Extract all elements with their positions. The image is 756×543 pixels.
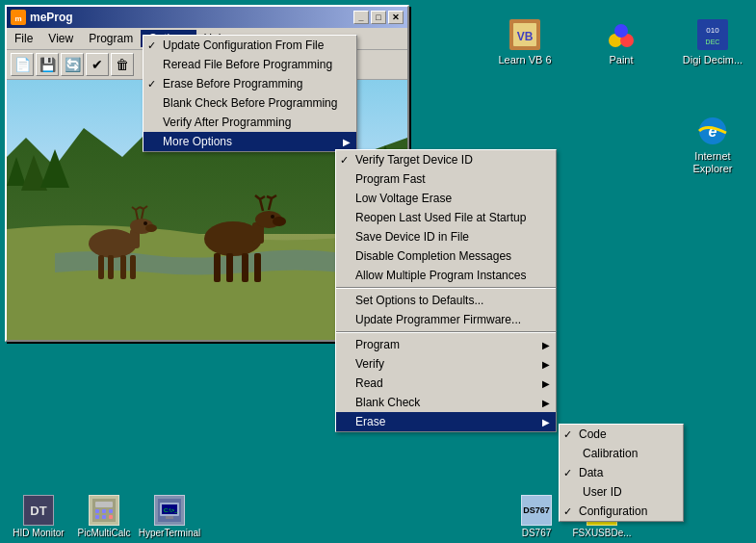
ie-icon: e [697, 116, 728, 146]
read-arrow: ▶ [542, 378, 550, 389]
svg-rect-46 [166, 516, 173, 519]
taskbar-pic-multi-calc[interactable]: PicMultiCalc [75, 495, 133, 538]
save-button[interactable]: 💾 [36, 53, 59, 76]
taskbar-ds767[interactable]: DS767 DS767 [508, 495, 565, 538]
option-erase-before[interactable]: ✓ Erase Before Programming [143, 74, 356, 93]
separator-2 [336, 331, 556, 333]
checkmark-data: ✓ [563, 467, 572, 479]
option-more-options[interactable]: More Options ▶ [143, 132, 356, 151]
option-reread-file[interactable]: Reread File Before Programming [143, 55, 356, 74]
option-erase-sub[interactable]: Erase ▶ [336, 412, 556, 431]
desktop-icon-digi-decim[interactable]: 010 DEC Digi Decim... [679, 19, 746, 66]
hid-monitor-label: HID Monitor [13, 528, 64, 538]
paint-label: Paint [609, 54, 633, 66]
checkmark-code: ✓ [563, 428, 572, 441]
svg-point-19 [145, 224, 157, 232]
checkmark-verify-target: ✓ [340, 154, 349, 167]
erase-code[interactable]: ✓ Code [560, 425, 683, 444]
erase-arrow: ▶ [542, 417, 550, 427]
svg-text:010: 010 [706, 26, 719, 35]
taskbar-hyper-terminal[interactable]: C:\>_ HyperTerminal [141, 495, 198, 538]
erase-configuration[interactable]: ✓ Configuration [560, 502, 683, 521]
more-options-submenu: ✓ Verify Target Device ID Program Fast L… [335, 149, 557, 432]
checkmark-configuration: ✓ [563, 505, 572, 518]
app-icon: m [11, 10, 26, 25]
new-button[interactable]: 📄 [11, 53, 34, 76]
erase-calibration[interactable]: Calibration [560, 444, 683, 463]
svg-rect-33 [254, 253, 261, 282]
option-disable-completion[interactable]: Disable Completion Messages [336, 246, 556, 266]
erase-button[interactable]: 🗑 [111, 53, 134, 76]
svg-rect-23 [120, 255, 126, 279]
option-update-config[interactable]: ✓ Update Configuration From File [143, 36, 356, 55]
svg-rect-24 [130, 255, 136, 279]
taskbar-hid-monitor[interactable]: DT HID Monitor [10, 495, 67, 538]
titlebar-buttons: _ □ ✕ [353, 11, 404, 24]
window-title: meProg [30, 11, 73, 24]
svg-point-16 [89, 229, 137, 258]
svg-point-20 [143, 221, 147, 225]
check-button[interactable]: ✔ [86, 53, 109, 76]
blank-check-arrow: ▶ [542, 398, 550, 408]
option-save-device-id[interactable]: Save Device ID in File [336, 227, 556, 246]
option-program-fast[interactable]: Program Fast [336, 169, 556, 189]
svg-text:e: e [709, 123, 717, 140]
option-read-sub[interactable]: Read ▶ [336, 374, 556, 393]
ds767-icon: DS767 [521, 495, 552, 526]
erase-user-id[interactable]: User ID [560, 482, 683, 502]
svg-rect-30 [214, 253, 221, 282]
svg-rect-22 [108, 255, 114, 279]
svg-text:DEC: DEC [706, 39, 720, 45]
option-verify-after[interactable]: Verify After Programming [143, 113, 356, 132]
svg-rect-35 [95, 502, 113, 507]
menu-view[interactable]: View [40, 30, 81, 47]
desktop-icon-learnvb6[interactable]: VB Learn VB 6 [491, 19, 559, 66]
svg-text:m: m [14, 14, 21, 23]
menu-file[interactable]: File [7, 30, 40, 47]
option-update-firmware[interactable]: Update Programmer Firmware... [336, 310, 556, 329]
checkmark-update-config: ✓ [147, 39, 156, 52]
paint-icon [606, 19, 637, 50]
option-blank-check-sub[interactable]: Blank Check ▶ [336, 393, 556, 412]
maximize-button[interactable]: □ [371, 11, 386, 24]
option-allow-multiple[interactable]: Allow Multiple Program Instances [336, 266, 556, 285]
hyper-terminal-icon: C:\>_ [154, 495, 185, 526]
options-dropdown: ✓ Update Configuration From File Reread … [143, 35, 357, 152]
option-program-sub[interactable]: Program ▶ [336, 335, 556, 354]
pic-multi-calc-label: PicMultiCalc [77, 528, 130, 538]
option-low-voltage-erase[interactable]: Low Voltage Erase [336, 189, 556, 208]
svg-rect-40 [102, 515, 106, 519]
erase-submenu: ✓ Code Calibration ✓ Data User ID ✓ Conf… [559, 424, 684, 522]
svg-text:C:\>_: C:\>_ [164, 507, 178, 513]
learnvb6-icon: VB [509, 19, 540, 50]
reload-button[interactable]: 🔄 [61, 53, 84, 76]
svg-rect-36 [95, 509, 99, 513]
erase-data[interactable]: ✓ Data [560, 463, 683, 482]
svg-point-29 [271, 215, 274, 219]
option-verify-target-id[interactable]: ✓ Verify Target Device ID [336, 150, 556, 169]
svg-rect-32 [242, 253, 248, 282]
close-button[interactable]: ✕ [388, 11, 404, 24]
desktop-icon-paint[interactable]: Paint [587, 19, 655, 66]
option-blank-check[interactable]: Blank Check Before Programming [143, 93, 356, 113]
ie-label: InternetExplorer [693, 150, 733, 175]
minimize-button[interactable]: _ [353, 11, 369, 24]
option-reopen-last[interactable]: Reopen Last Used File at Startup [336, 208, 556, 227]
separator-1 [336, 287, 556, 289]
svg-text:VB: VB [517, 30, 534, 43]
taskbar-area: DT HID Monitor PicMultiCalc C:\>_ [10, 495, 198, 538]
more-options-arrow: ▶ [343, 137, 351, 147]
svg-rect-37 [102, 509, 106, 513]
svg-point-28 [273, 217, 286, 226]
option-verify-sub[interactable]: Verify ▶ [336, 354, 556, 374]
svg-rect-39 [95, 515, 99, 519]
hid-monitor-icon: DT [23, 495, 54, 526]
program-arrow: ▶ [542, 340, 550, 350]
svg-point-6 [614, 24, 628, 38]
titlebar-left: m meProg [11, 10, 73, 25]
desktop-icon-ie[interactable]: e InternetExplorer [679, 116, 746, 175]
menu-program[interactable]: Program [81, 30, 141, 47]
option-set-defaults[interactable]: Set Options to Defaults... [336, 291, 556, 310]
learnvb6-label: Learn VB 6 [498, 54, 551, 66]
pic-multi-calc-icon [89, 495, 119, 526]
